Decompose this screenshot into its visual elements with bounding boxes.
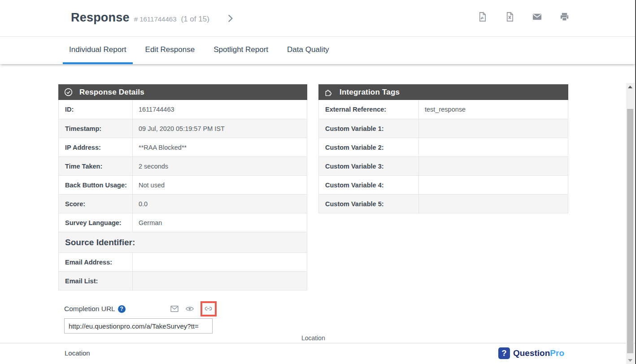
email-icon[interactable] [532,12,542,22]
vertical-scrollbar[interactable] [626,83,634,364]
row-value: **RAA Blocked** [133,138,307,156]
tab-label: Spotlight Report [213,45,268,54]
row-label: Email List: [59,272,133,290]
scroll-up-button[interactable] [626,83,634,91]
table-row: Back Button Usage: Not used [59,175,307,194]
brand-question: Question [513,348,550,358]
questionpro-logo-mark: ? [498,347,510,359]
table-row: Timestamp: 09 Jul, 2020 05:19:57 PM IST [59,119,307,138]
completion-url-input[interactable] [64,318,213,334]
table-row: Custom Variable 3: [319,156,568,175]
completion-url-actions [170,301,217,316]
table-row: Survey Language: German [59,213,307,232]
row-value [133,272,307,290]
row-label: Timestamp: [59,119,133,138]
questionpro-logo-text: QuestionPro [513,348,564,358]
section-header-row: Source Identifier: [59,232,307,252]
row-label: Custom Variable 1: [319,119,419,138]
row-label: Survey Language: [59,213,133,232]
row-value [133,253,307,271]
row-label: Custom Variable 4: [319,176,419,194]
tab-edit-response[interactable]: Edit Response [139,37,201,64]
header-actions [477,12,570,22]
panel-title: Response Details [79,88,144,97]
row-value [419,195,568,213]
row-label: Custom Variable 5: [319,195,419,213]
response-details-header: Response Details [58,84,307,100]
scrollbar-thumb[interactable] [627,109,633,353]
scroll-up-icon [628,86,632,88]
send-email-icon[interactable] [170,304,179,313]
print-icon[interactable] [559,12,570,22]
tab-label: Individual Report [69,45,126,54]
scroll-down-button[interactable] [626,356,634,364]
export-pdf-icon[interactable] [477,12,488,22]
row-label: Back Button Usage: [59,176,133,194]
table-row: Custom Variable 2: [319,138,568,156]
next-response-button[interactable] [224,13,236,24]
row-label: Custom Variable 3: [319,157,419,175]
row-label: Custom Variable 2: [319,138,419,156]
tab-individual-report[interactable]: Individual Report [63,37,133,64]
response-report-page: Response # 1611744463 (1 of 15) [0,0,636,364]
response-details-table: ID: 1611744463 Timestamp: 09 Jul, 2020 0… [58,100,307,290]
row-value [419,157,568,175]
row-value [419,176,568,194]
row-value: 1611744463 [133,100,307,119]
chevron-right-icon [224,13,236,24]
tab-label: Data Quality [287,45,329,54]
completion-url-label-row: Completion URL ? [64,301,217,316]
brand-pro: Pro [550,348,564,358]
table-row: Custom Variable 5: [319,194,568,213]
row-label: ID: [59,100,133,119]
table-row: Custom Variable 1: [319,119,568,138]
copy-link-icon[interactable] [204,304,213,313]
location-heading: Location [65,349,90,357]
table-row: IP Address: **RAA Blocked** [59,138,307,156]
tab-label: Edit Response [145,45,195,54]
integration-tags-header: Integration Tags [318,84,568,100]
integration-tags-table: External Reference: test_response Custom… [318,100,568,213]
title-group: Response # 1611744463 (1 of 15) [71,11,209,25]
table-row: Score: 0.0 [59,194,307,213]
row-value [419,138,568,156]
help-icon[interactable]: ? [118,305,126,313]
tab-data-quality[interactable]: Data Quality [281,37,335,64]
page-title: Response [71,11,130,25]
row-label: External Reference: [319,100,419,119]
table-row: External Reference: test_response [319,100,568,119]
puzzle-icon [324,87,333,97]
questionpro-logo[interactable]: ? QuestionPro [498,347,564,359]
table-row: Email List: [59,271,307,290]
row-value: 2 seconds [133,157,307,175]
table-row: Email Address: [59,252,307,271]
row-label: Score: [59,195,133,213]
completion-url-label: Completion URL [64,305,115,313]
response-id: # 1611744463 [134,15,177,23]
table-row: Custom Variable 4: [319,175,568,194]
footer-divider [0,343,635,343]
preview-eye-icon[interactable] [185,304,194,313]
location-caption: Location [301,334,325,342]
integration-tags-panel: Integration Tags External Reference: tes… [318,84,568,213]
row-value: Not used [133,176,307,194]
row-value: test_response [419,100,568,119]
row-value [419,119,568,138]
row-value: 09 Jul, 2020 05:19:57 PM IST [133,119,307,138]
scroll-down-icon [628,359,632,362]
row-label: Email Address: [59,253,133,271]
table-row: ID: 1611744463 [59,100,307,119]
panel-title: Integration Tags [340,88,400,97]
report-tabs: Individual Report Edit Response Spotligh… [0,37,635,64]
row-label: Time Taken: [59,157,133,175]
export-excel-icon[interactable] [505,12,515,22]
tab-spotlight-report[interactable]: Spotlight Report [207,37,274,64]
check-circle-icon [64,87,73,97]
row-value: German [133,213,307,232]
row-label: IP Address: [59,138,133,156]
highlight-box [200,301,217,316]
section-header: Source Identifier: [59,232,135,252]
page-header: Response # 1611744463 (1 of 15) [0,0,635,37]
response-details-panel: Response Details ID: 1611744463 Timestam… [58,84,307,290]
completion-url-block: Completion URL ? [64,301,217,334]
